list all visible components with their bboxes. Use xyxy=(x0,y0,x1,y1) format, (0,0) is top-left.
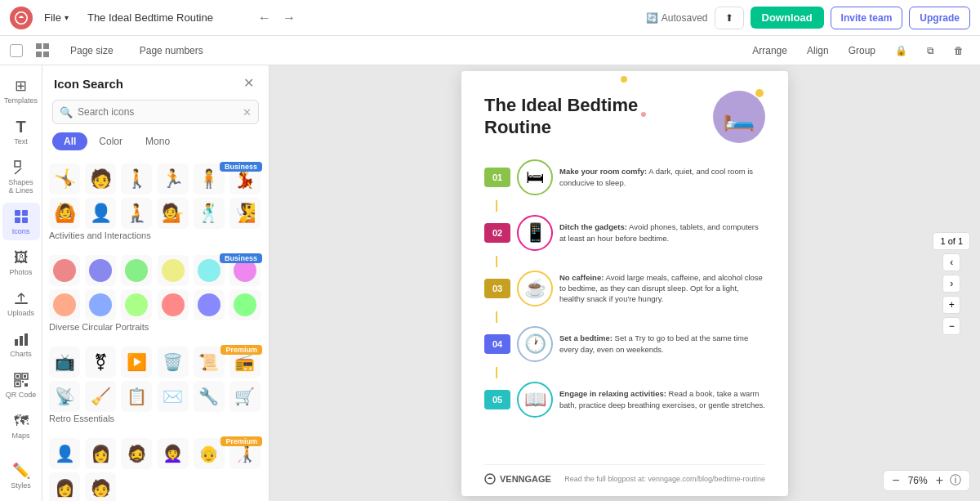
list-item[interactable]: 🕺 xyxy=(194,198,225,229)
icon-section-retro: Premium 📺 ⚧ ▶️ 🗑️ 📜 📻 📡 🧹 📋 ✉️ 🔧 🛒 R xyxy=(49,347,262,428)
sidebar-item-label: Charts xyxy=(10,350,32,358)
svg-rect-8 xyxy=(15,339,18,346)
arrange-button[interactable]: Arrange xyxy=(746,42,794,59)
zoom-info-button[interactable]: ⓘ xyxy=(948,473,963,488)
lock-button[interactable]: 🔒 xyxy=(889,42,914,59)
list-item[interactable]: 👴 xyxy=(194,438,225,469)
align-button[interactable]: Align xyxy=(800,42,835,59)
list-item[interactable]: 👤 xyxy=(85,198,116,229)
sidebar-item-photos[interactable]: 🖼 Photos xyxy=(2,244,40,281)
page-numbers-button[interactable]: Page numbers xyxy=(133,42,210,59)
page-size-button[interactable]: Page size xyxy=(64,42,120,59)
list-item[interactable] xyxy=(121,289,152,320)
left-sidebar: ⊞ Templates T Text Shapes & Lines Icons … xyxy=(0,65,42,501)
list-item[interactable] xyxy=(229,289,261,320)
list-item[interactable]: 📋 xyxy=(121,381,152,412)
list-item[interactable]: 🧑 xyxy=(85,472,116,501)
connector-02 xyxy=(496,256,497,267)
step-03-icon: ☕ xyxy=(517,271,553,306)
upgrade-button[interactable]: Upgrade xyxy=(909,7,970,29)
sidebar-item-qrcode[interactable]: QR Code xyxy=(2,366,40,404)
list-item[interactable]: 📺 xyxy=(49,347,80,378)
list-item[interactable]: 🔧 xyxy=(194,381,225,412)
list-item[interactable]: 🏃 xyxy=(158,163,189,195)
list-item[interactable] xyxy=(121,255,152,286)
sidebar-item-maps[interactable]: 🗺 Maps xyxy=(2,407,40,445)
list-item[interactable]: 🤸 xyxy=(49,163,80,195)
list-item[interactable]: 🧎 xyxy=(121,198,152,229)
canvas-area[interactable]: The Ideal Bedtime Routine 🛏️ 01 🛏 Make y… xyxy=(270,65,980,501)
list-item[interactable] xyxy=(158,255,189,286)
document-title-input[interactable] xyxy=(80,7,243,28)
list-item[interactable]: ✉️ xyxy=(158,381,189,412)
list-item[interactable]: 👩 xyxy=(49,472,80,501)
premium-badge: Premium xyxy=(220,436,262,446)
file-menu[interactable]: File ▾ xyxy=(39,8,74,27)
footer-brand: VENNGAGE xyxy=(484,473,551,485)
list-item[interactable]: ⚧ xyxy=(85,347,116,378)
list-item[interactable] xyxy=(85,255,116,286)
svg-rect-10 xyxy=(24,333,28,346)
step-04-row: 04 🕐 Set a bedtime: Set a Try to go to b… xyxy=(484,326,765,362)
list-item[interactable]: 🛒 xyxy=(229,381,261,412)
download-button[interactable]: Download xyxy=(751,7,824,29)
clear-search-icon[interactable]: ✕ xyxy=(243,106,252,119)
sidebar-item-label: Photos xyxy=(9,268,32,276)
list-item[interactable]: 🧔 xyxy=(121,438,152,469)
filter-tab-color[interactable]: Color xyxy=(87,132,134,150)
filter-tab-all[interactable]: All xyxy=(52,132,87,150)
select-all-checkbox[interactable] xyxy=(10,44,23,57)
step-05-icon: 📖 xyxy=(517,382,553,418)
list-item[interactable] xyxy=(194,289,225,320)
add-page-button[interactable]: + xyxy=(942,296,960,314)
zoom-out-button[interactable]: − xyxy=(890,474,901,487)
sidebar-item-styles[interactable]: ✏️ Styles xyxy=(2,457,40,494)
panel-close-button[interactable]: ✕ xyxy=(240,75,257,92)
sidebar-item-text[interactable]: T Text xyxy=(2,113,40,150)
search-input[interactable] xyxy=(52,100,259,124)
list-item[interactable]: 👩‍🦱 xyxy=(158,438,189,469)
icon-panel-scroll[interactable]: Business 🤸 🧑 🚶 🏃 🧍 💃 🙆 👤 🧎 💁 🕺 xyxy=(42,159,269,501)
trash-button[interactable]: 🗑 xyxy=(947,42,970,59)
group-button[interactable]: Group xyxy=(842,42,882,59)
list-item[interactable]: 🧹 xyxy=(85,381,116,412)
zoom-in-button[interactable]: + xyxy=(934,474,945,487)
list-item[interactable]: 💁 xyxy=(158,198,189,229)
list-item[interactable] xyxy=(49,255,80,286)
undo-button[interactable]: ← xyxy=(253,7,276,29)
list-item[interactable]: 📡 xyxy=(49,381,80,412)
panel-title: Icon Search xyxy=(54,77,123,91)
list-item[interactable]: 📜 xyxy=(194,347,225,378)
step-03-text: No caffeine: Avoid large meals, caffeine… xyxy=(559,272,765,305)
list-item[interactable]: 👩 xyxy=(85,438,116,469)
list-item[interactable]: 🚶 xyxy=(121,163,152,195)
sidebar-item-templates[interactable]: ⊞ Templates xyxy=(2,72,40,110)
list-item[interactable]: 🧑 xyxy=(85,163,116,195)
icon-grid-extra: 👤 👩 🧔 👩‍🦱 👴 🧑‍🦯 👩 🧑 xyxy=(49,438,262,501)
filter-tab-mono[interactable]: Mono xyxy=(134,132,181,150)
redo-button[interactable]: → xyxy=(278,7,301,29)
charts-icon xyxy=(13,330,29,348)
list-item[interactable] xyxy=(158,289,189,320)
sidebar-item-label: Text xyxy=(14,137,28,145)
sidebar-item-shapes[interactable]: Shapes & Lines xyxy=(2,154,40,199)
invite-button[interactable]: Invite team xyxy=(831,7,903,29)
list-item[interactable]: 👤 xyxy=(49,438,80,469)
sidebar-item-charts[interactable]: Charts xyxy=(2,325,40,363)
search-bar: 🔍 ✕ xyxy=(42,100,269,132)
remove-page-button[interactable]: − xyxy=(942,317,960,335)
sidebar-item-uploads[interactable]: Uploads xyxy=(2,284,40,322)
list-item[interactable]: 🗑️ xyxy=(158,347,189,378)
svg-line-2 xyxy=(15,168,21,174)
share-button[interactable]: ⬆ xyxy=(715,7,744,29)
copy-button[interactable]: ⧉ xyxy=(920,42,941,59)
list-item[interactable]: ▶️ xyxy=(121,347,152,378)
prev-page-button[interactable]: ‹ xyxy=(942,253,960,271)
sidebar-item-icons[interactable]: Icons xyxy=(2,203,40,240)
grid-toggle[interactable] xyxy=(36,43,51,58)
next-page-button[interactable]: › xyxy=(942,275,960,293)
list-item[interactable]: 🧏 xyxy=(229,198,261,229)
list-item[interactable] xyxy=(85,289,116,320)
list-item[interactable] xyxy=(49,289,80,320)
list-item[interactable]: 🙆 xyxy=(49,198,80,229)
